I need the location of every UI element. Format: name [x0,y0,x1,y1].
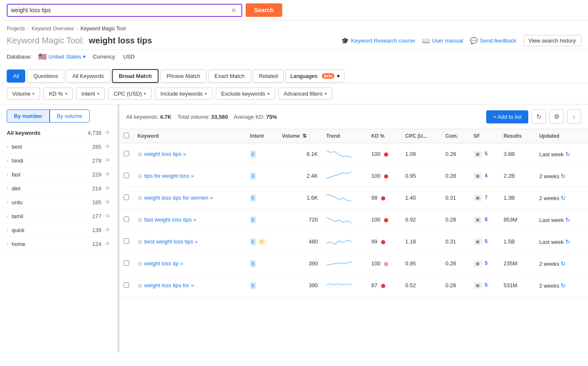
add-to-list-button[interactable]: + Add to list [486,110,528,123]
row5-keyword-text: best weight loss tips [144,238,193,245]
sidebar-item-all-keywords[interactable]: All keywords 4,738 👁 [0,126,117,140]
filter-kd[interactable]: KD % ▾ [43,88,72,100]
filter-cpc[interactable]: CPC (USD) ▾ [108,88,151,100]
eye-icon-all[interactable]: 👁 [105,129,111,136]
sidebar-item-urdu[interactable]: › urdu 185 👁 [0,195,117,209]
row7-trend-cell [322,275,367,297]
filter-advanced[interactable]: Advanced filters ▾ [278,88,333,100]
row5-keyword-link[interactable]: ⊕ best weight loss tips » [138,238,222,245]
search-button[interactable]: Search [246,3,282,17]
table-row: ⊕ best weight loss tips » I C 480 [119,231,588,253]
row2-keyword-text: tips for weight loss [144,173,189,179]
send-feedback-link[interactable]: 💬 Send feedback [470,37,516,45]
filter-exclude-keywords[interactable]: Exclude keywords ▾ [216,88,275,100]
tab-exact-match[interactable]: Exact Match [208,69,251,83]
row1-arrows-icon: » [183,151,186,157]
row6-intent-badge: I [250,260,256,267]
sort-by-number-button[interactable]: By number [7,110,50,123]
database-country-link[interactable]: 🇺🇸 United States ▾ [38,53,86,61]
user-manual-link[interactable]: 📖 User manual [422,37,463,45]
row6-refresh-icon[interactable]: ↻ [561,260,566,267]
header-section: Projects › Keyword Overview › Keyword Ma… [0,21,588,50]
row7-add-icon: ⊕ [138,282,143,289]
sidebar-item-tamil[interactable]: › tamil 177 👁 [0,209,117,223]
eye-icon-best[interactable]: 👁 [105,143,111,150]
eye-icon-diet[interactable]: 👁 [105,185,111,192]
page-title-keyword: weight loss tips [89,36,152,45]
table-row: ⊕ weight loss tips » I 8.1K [119,143,588,165]
eye-icon-tamil[interactable]: 👁 [105,213,111,219]
filter-include-keywords[interactable]: Include keywords ▾ [155,88,212,100]
tab-all-keywords[interactable]: All Keywords [66,69,110,83]
row2-checkbox[interactable] [124,173,129,178]
refresh-button[interactable]: ↻ [532,110,546,124]
row5-updated-text: Last week [539,239,564,245]
header-volume[interactable]: Volume ⇅ [278,129,322,143]
eye-icon-fast[interactable]: 👁 [105,171,111,178]
row4-keyword-link[interactable]: ⊕ fast weight loss tips » [138,216,222,223]
row7-checkbox[interactable] [124,282,129,288]
row3-keyword-link[interactable]: ⊕ weight loss tips for women » [138,195,222,201]
row3-cpc-cell: 1.40 [401,187,441,209]
eye-icon-urdu[interactable]: 👁 [105,199,111,206]
select-all-checkbox[interactable] [124,133,129,138]
row4-updated-text: Last week [539,217,564,223]
tab-languages[interactable]: Languages beta ▾ [286,69,344,83]
sidebar-count-urdu: 185 [92,199,101,206]
settings-button[interactable]: ⚙ [549,110,564,124]
row3-checkbox[interactable] [124,195,129,200]
row5-intent-badge-c: C [258,238,265,245]
eye-icon-home[interactable]: 👁 [105,240,111,247]
keyword-research-course-link[interactable]: 🎓 Keyword Research course [341,37,415,45]
sidebar-item-quick[interactable]: › quick 139 👁 [0,223,117,237]
row1-refresh-icon[interactable]: ↻ [565,151,570,158]
view-history-button[interactable]: View search history [523,35,581,46]
row5-sf-cell: ▣ 5 [469,231,499,253]
row6-keyword-link[interactable]: ⊕ weight loss tip » [138,260,242,267]
row2-refresh-icon[interactable]: ↻ [561,173,566,179]
row7-kd-dot [381,284,385,288]
row7-refresh-icon[interactable]: ↻ [561,282,566,289]
row1-keyword-link[interactable]: ⊕ weight loss tips » [138,151,242,158]
sidebar-item-best[interactable]: › best 285 👁 [0,140,117,154]
sidebar: By number By volume All keywords 4,738 👁… [0,104,118,353]
row5-sf-icon: ▣ [474,238,482,245]
row6-checkbox[interactable] [124,260,129,266]
sidebar-item-hindi[interactable]: › hindi 279 👁 [0,154,117,168]
row7-keyword-link[interactable]: ⊕ weight loss tips for » [138,282,242,289]
filter-intent[interactable]: Intent ▾ [76,88,105,100]
row2-kd-cell: 100 [367,165,401,187]
row5-refresh-icon[interactable]: ↻ [565,238,570,245]
tab-all[interactable]: All [7,69,25,83]
row3-trend-cell [322,187,367,209]
row4-refresh-icon[interactable]: ↻ [565,216,570,223]
tab-broad-match[interactable]: Broad Match [112,69,159,83]
clear-button[interactable]: ✕ [229,6,238,14]
row1-checkbox[interactable] [124,151,129,156]
export-button[interactable]: ↑ [567,110,581,124]
country-name: United States [48,53,81,60]
keyword-research-label: Keyword Research course [351,37,415,44]
row4-checkbox[interactable] [124,216,129,222]
tab-questions[interactable]: Questions [27,69,64,83]
row5-checkbox[interactable] [124,238,129,244]
breadcrumb-projects[interactable]: Projects [7,26,25,32]
sort-by-volume-button[interactable]: By volume [50,110,90,123]
row3-refresh-icon[interactable]: ↻ [561,195,566,201]
row6-kd-cell: 100 [367,253,401,275]
sidebar-item-diet[interactable]: › diet 214 👁 [0,182,117,195]
eye-icon-quick[interactable]: 👁 [105,227,111,233]
sidebar-item-fast[interactable]: › fast 229 👁 [0,168,117,182]
eye-icon-hindi[interactable]: 👁 [105,157,111,164]
filter-volume[interactable]: Volume ▾ [7,88,40,100]
search-input[interactable] [11,7,229,13]
sidebar-label-tamil: tamil [12,213,93,219]
tab-related[interactable]: Related [253,69,284,83]
sidebar-label-home: home [12,241,93,247]
row2-keyword-link[interactable]: ⊕ tips for weight loss » [138,173,242,179]
row3-trend-chart [326,191,352,203]
breadcrumb-keyword-overview[interactable]: Keyword Overview [32,26,74,32]
tab-phrase-match[interactable]: Phrase Match [160,69,207,83]
sidebar-item-home[interactable]: › home 124 👁 [0,237,117,251]
sidebar-list: All keywords 4,738 👁 › best 285 👁 › hind… [0,126,117,353]
